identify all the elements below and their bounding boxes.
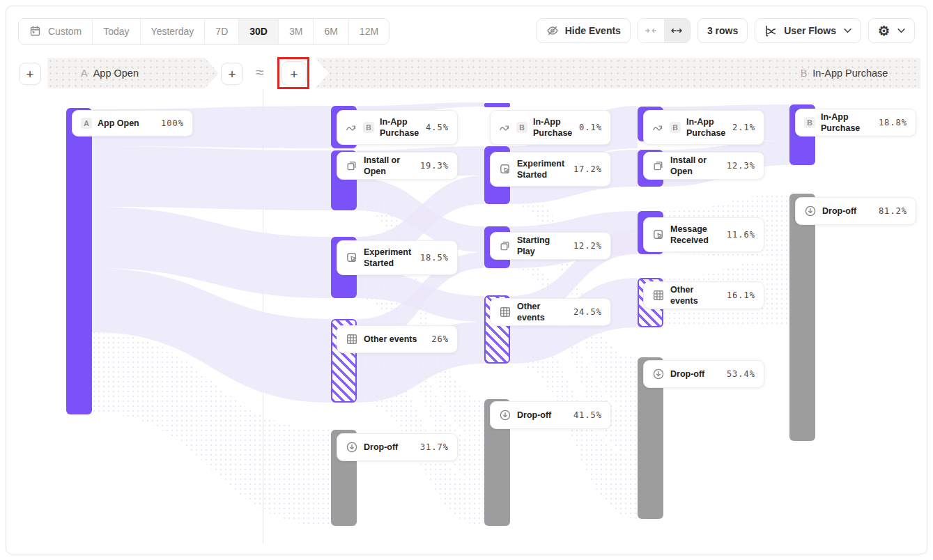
node-label: Drop-off <box>822 205 873 217</box>
rows-button[interactable]: 3 rows <box>697 18 748 43</box>
flow-node-bar[interactable] <box>66 108 92 414</box>
toolbar-right: Hide Events 3 rows User Flows ⚙ <box>537 18 915 43</box>
node-value: 4.5% <box>426 123 449 132</box>
date-range-label: Custom <box>48 26 82 37</box>
flow-node-card[interactable]: Drop-off31.7% <box>337 433 458 461</box>
node-value: 19.3% <box>420 161 449 171</box>
node-label: Other events <box>364 334 426 345</box>
flow-node-card[interactable]: Other events16.1% <box>643 281 764 309</box>
step-letter: B <box>801 68 808 79</box>
step-header-expanded-3[interactable] <box>616 58 786 88</box>
date-range-label: Today <box>103 26 129 37</box>
step-header-expanded-2[interactable] <box>464 58 634 88</box>
node-badge: B <box>363 122 374 133</box>
chevron-down-icon <box>897 28 905 33</box>
date-range-custom[interactable]: Custom <box>19 19 93 44</box>
flow-node-card[interactable]: Drop-off53.4% <box>643 360 764 388</box>
node-value: 31.7% <box>420 442 449 452</box>
add-step-middle-button[interactable]: + <box>221 63 243 85</box>
node-label: In-App Purchase <box>533 116 573 139</box>
rows-label: 3 rows <box>707 25 738 36</box>
approx-symbol: ≈ <box>256 64 264 81</box>
trend-icon <box>346 122 357 134</box>
step-header-expanded-1[interactable] <box>315 58 482 88</box>
node-value: 18.8% <box>879 118 907 127</box>
flow-node-card[interactable]: Install or Open12.3% <box>643 152 764 180</box>
collapse-columns-button[interactable] <box>638 19 664 42</box>
dropoff-icon <box>804 205 817 217</box>
node-value: 2.1% <box>732 123 755 132</box>
node-label: In-App Purchase <box>821 111 873 134</box>
date-range-label: 3M <box>289 26 302 37</box>
flow-node-bar[interactable] <box>789 194 815 441</box>
flow-node-card[interactable]: AApp Open100% <box>72 110 193 137</box>
hide-events-label: Hide Events <box>565 25 621 36</box>
column-divider <box>263 89 263 543</box>
eye-off-icon <box>546 24 559 37</box>
date-range-today[interactable]: Today <box>93 19 140 44</box>
date-range-label: 6M <box>324 26 337 37</box>
flow-node-card[interactable]: Install or Open19.3% <box>337 152 458 180</box>
flow-node-card[interactable]: Other events26% <box>337 325 458 353</box>
date-range-7d[interactable]: 7D <box>205 19 239 44</box>
flow-node-card[interactable]: Drop-off41.5% <box>490 401 611 429</box>
node-label: Experiment Started <box>364 247 415 270</box>
flow-node-card[interactable]: BIn-App Purchase0.1% <box>490 110 611 145</box>
date-range-yesterday[interactable]: Yesterday <box>141 19 206 44</box>
click-icon <box>652 228 665 241</box>
flow-node-card[interactable]: Drop-off81.2% <box>795 197 916 225</box>
date-range-3m[interactable]: 3M <box>279 19 314 44</box>
chart-type-dropdown[interactable]: User Flows <box>755 18 861 43</box>
flow-node-card[interactable]: Starting Play12.2% <box>490 232 611 260</box>
node-label: Drop-off <box>364 442 415 453</box>
node-value: 41.5% <box>573 410 602 420</box>
node-label: Experiment Started <box>517 158 568 181</box>
node-value: 24.5% <box>573 307 602 317</box>
grid-icon <box>499 306 511 318</box>
calendar-icon <box>29 25 42 38</box>
chart-type-label: User Flows <box>784 25 836 36</box>
flow-node-card[interactable]: BIn-App Purchase4.5% <box>337 110 458 145</box>
hide-events-button[interactable]: Hide Events <box>537 18 631 43</box>
node-label: App Open <box>98 118 155 129</box>
copy-icon <box>652 160 665 172</box>
flow-node-card[interactable]: Experiment Started17.2% <box>490 152 611 187</box>
node-label: Other events <box>517 301 568 324</box>
node-value: 53.4% <box>727 369 755 379</box>
node-label: In-App Purchase <box>380 116 420 139</box>
node-value: 81.2% <box>879 206 907 216</box>
flow-node-card[interactable]: BIn-App Purchase2.1% <box>643 110 764 145</box>
collapse-expand-toggle <box>638 18 691 43</box>
step-header-start[interactable]: A App Open <box>47 58 219 88</box>
dropoff-icon <box>499 409 511 421</box>
click-icon <box>499 163 511 176</box>
date-range-30d[interactable]: 30D <box>239 19 279 44</box>
copy-icon <box>346 160 358 172</box>
date-range-label: 7D <box>215 26 228 37</box>
expand-columns-button[interactable] <box>664 19 690 42</box>
flow-node-card[interactable]: Other events24.5% <box>490 298 611 326</box>
date-range-6m[interactable]: 6M <box>314 19 348 44</box>
node-value: 12.3% <box>727 161 755 171</box>
trend-icon <box>499 122 511 134</box>
date-range-label: Yesterday <box>151 26 194 37</box>
flow-node-card[interactable]: BIn-App Purchase18.8% <box>795 109 916 137</box>
trend-icon <box>652 122 664 134</box>
node-value: 0.1% <box>579 123 602 132</box>
step-header-end[interactable]: B In-App Purchase <box>768 58 920 88</box>
grid-icon <box>346 333 358 345</box>
flow-node-bar[interactable] <box>484 103 510 107</box>
add-step-before-button[interactable]: + <box>19 63 41 85</box>
flow-node-card[interactable]: Message Received11.6% <box>643 217 764 252</box>
date-range-12m[interactable]: 12M <box>349 19 389 44</box>
node-label: Drop-off <box>517 410 568 421</box>
flow-node-card[interactable]: Experiment Started18.5% <box>337 240 458 275</box>
node-value: 26% <box>431 334 449 344</box>
copy-icon <box>499 240 511 252</box>
click-icon <box>346 251 358 264</box>
node-value: 17.2% <box>573 164 602 174</box>
flow-chart-icon <box>764 24 778 38</box>
dropoff-icon <box>346 441 358 453</box>
settings-dropdown[interactable]: ⚙ <box>868 18 915 43</box>
node-badge: B <box>670 122 681 133</box>
